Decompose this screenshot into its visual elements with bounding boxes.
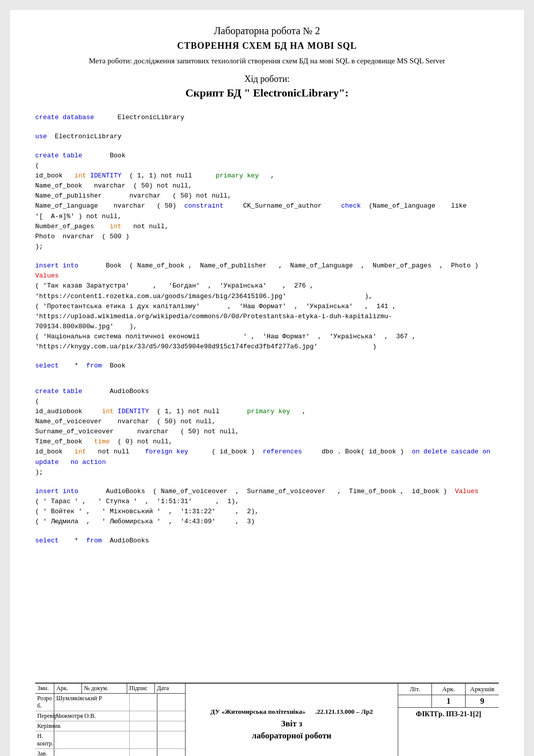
- title-meta: Мета роботи: дослідження запитових техно…: [35, 55, 499, 67]
- code-create-table-book: create table Book ( id_book int IDENTITY…: [35, 151, 499, 252]
- code-line: ( ' Тарас ' , ' Ступка ' , '1:51:31' , 1…: [35, 497, 499, 507]
- code-line: (: [35, 161, 499, 171]
- footer-center: ДУ «Житомирська політехніка» .22.121.13.…: [186, 684, 398, 756]
- code-line: update no action: [35, 457, 499, 467]
- footer-rozro-pidpys: [130, 694, 157, 711]
- code-line: Name_of_publisher nvarchar ( 50) not nul…: [35, 191, 499, 201]
- footer-shumlyak: Шумляківський Р: [54, 694, 130, 711]
- code-line: create table Book: [35, 151, 499, 161]
- code-line: Name_of_voiceover nvarchar ( 50) not nul…: [35, 417, 499, 427]
- footer-kerivnyk-pidpys: [130, 721, 157, 731]
- footer-nodokum-label: № докум.: [82, 684, 127, 693]
- code-select-audiobooks: select * from AudioBooks: [35, 536, 499, 546]
- footer-zavkaf-label: Зав. кaф.: [35, 749, 54, 756]
- code-create-table-audiobooks: create table AudioBooks ( id_audiobook i…: [35, 387, 499, 478]
- code-line: ( ' Войтек ' , ' Міхновський ' , '1:31:2…: [35, 507, 499, 517]
- code-line: ( 'Національна система політичної економ…: [35, 332, 499, 342]
- code-line: ( ' Людмила , ' Любомирська ' , '4:43:09…: [35, 517, 499, 527]
- title-main: Лабораторна робота № 2: [35, 25, 499, 37]
- title-work: Хід роботи:: [35, 74, 499, 84]
- title-work-sub: Скрипт БД " ElectronicLibrary":: [35, 86, 499, 100]
- code-line: 'https://knygy.com.ua/pix/33/d5/90/33d59…: [35, 342, 499, 352]
- code-line: 'https://upload.wikimedia.org/wikipedia/…: [35, 312, 499, 322]
- footer-chyzhmot: Чижмотря О.В.: [54, 711, 130, 721]
- code-insert-book: insert into Book ( Name_of_book , Name_o…: [35, 261, 499, 352]
- footer-kerivnyk-label: Керівник: [35, 721, 54, 731]
- code-line: id_book int not null foreign key ( id_bo…: [35, 447, 499, 457]
- footer-group: ФІКТГр. ІП3-21-1[2]: [398, 708, 499, 721]
- footer-lit-val: [398, 695, 432, 707]
- title-section: Лабораторна робота № 2 СТВОРЕННЯ СХЕМ БД…: [35, 25, 499, 108]
- code-insert-audiobooks: insert into AudioBooks ( Name_of_voiceov…: [35, 487, 499, 527]
- footer-data-label: Дата: [155, 684, 183, 693]
- code-line: Photo nvarchar ( 500 ): [35, 232, 499, 242]
- footer-arkyshiv-val: 9: [466, 695, 499, 707]
- footer-nkontr-data: [157, 731, 185, 748]
- code-line: Name_of_language nvarchar ( 50) constrai…: [35, 201, 499, 211]
- code-line: Number_of_pages int not null,: [35, 222, 499, 232]
- code-line: select * from AudioBooks: [35, 536, 499, 546]
- footer-zavkaf-name: [54, 749, 130, 756]
- code-use: use ElectronicLibrary: [35, 132, 499, 142]
- code-line: id_audiobook int IDENTITY ( 1, 1) not nu…: [35, 407, 499, 417]
- footer-zavkaf-pidpys: [130, 749, 157, 756]
- code-line: create table AudioBooks: [35, 387, 499, 397]
- footer-nkontr-pidpys: [130, 731, 157, 748]
- code-line: select * from Book: [35, 361, 499, 371]
- footer-perevirp-data: [157, 711, 185, 721]
- footer-institution-text: ДУ «Житомирська політехніка»: [211, 708, 306, 715]
- footer-right-header: Літ. Арк. Аркушів: [398, 684, 499, 695]
- code-section: create database ElectronicLibrary use El…: [35, 113, 499, 673]
- footer: Змн. Арк. № докум. Підпис Дата Розро б. …: [35, 683, 499, 756]
- footer-report-label: Звіт з лабораторної роботи: [252, 718, 331, 742]
- footer-nkontr-name: [54, 731, 130, 748]
- code-line: Time_of_book time ( 0) not null,: [35, 437, 499, 447]
- code-create-database: create database ElectronicLibrary: [35, 113, 499, 123]
- footer-kerivnyk-data: [157, 721, 185, 731]
- title-sub: СТВОРЕННЯ СХЕМ БД НА МОВІ SQL: [35, 41, 499, 51]
- code-line: 'https://content1.rozetka.com.ua/goods/i…: [35, 292, 499, 302]
- footer-rozro-data: [157, 694, 185, 711]
- footer-nkontr-label: Н. контр.: [35, 731, 54, 748]
- footer-arks-val: 1: [432, 695, 466, 707]
- footer-zavkaf-data: [157, 749, 185, 756]
- footer-right-values: 1 9: [398, 695, 499, 708]
- footer-zmn-label: Змн.: [35, 684, 54, 693]
- footer-perevirp-pidpys: [130, 711, 157, 721]
- code-line: Values: [35, 271, 499, 281]
- code-line: insert into AudioBooks ( Name_of_voiceov…: [35, 487, 499, 497]
- footer-doc-num: .22.121.13.000 – Лр2: [315, 708, 373, 715]
- footer-pidpys-label: Підпис: [127, 684, 155, 693]
- code-line: Surname_of_voiceover nvarchar ( 50) not …: [35, 427, 499, 437]
- code-line: (: [35, 397, 499, 407]
- code-line: use ElectronicLibrary: [35, 132, 499, 142]
- code-line: '[ А‑я]%' ) not null,: [35, 212, 499, 222]
- code-line: );: [35, 242, 499, 252]
- footer-kerivnyk-name: [54, 721, 130, 731]
- footer-arks-label: Арк.: [432, 684, 466, 695]
- footer-institution: ДУ «Житомирська політехніка» .22.121.13.…: [211, 708, 373, 716]
- code-line: ( 'Протестантська етика і дух капіталізм…: [35, 302, 499, 312]
- code-select-book: select * from Book: [35, 361, 499, 371]
- footer-rozro-label: Розро б.: [35, 694, 54, 711]
- footer-arkyshiv-label: Аркушів: [466, 684, 499, 695]
- code-line: create database ElectronicLibrary: [35, 113, 499, 123]
- footer-lit-label: Літ.: [398, 684, 432, 695]
- code-line: id_book int IDENTITY ( 1, 1) not null pr…: [35, 171, 499, 181]
- code-line: 709134.800x800w.jpg' ),: [35, 322, 499, 332]
- footer-ark-label: Арк.: [54, 684, 82, 693]
- code-line: insert into Book ( Name_of_book , Name_o…: [35, 261, 499, 271]
- code-line: Name_of_book nvarchar ( 50) not null,: [35, 181, 499, 191]
- code-line: ( 'Так казав Заратустра' , 'Богдан' , 'У…: [35, 281, 499, 291]
- page: Лабораторна робота № 2 СТВОРЕННЯ СХЕМ БД…: [10, 10, 524, 756]
- footer-perevirp-label: Перевір.: [35, 711, 54, 721]
- code-line: );: [35, 467, 499, 478]
- footer-right: Літ. Арк. Аркушів 1 9 ФІКТГр. ІП3-21-1[2…: [398, 684, 499, 756]
